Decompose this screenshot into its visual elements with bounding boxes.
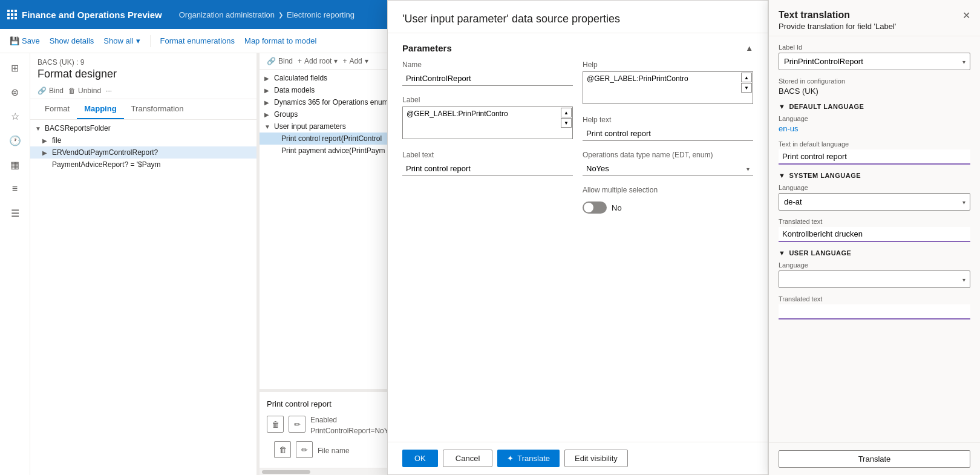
user-translated-input[interactable] [779, 304, 970, 319]
tree-item-selected[interactable]: ▶ ERVendOutPaymControlReport? [30, 146, 256, 159]
nav-item-2[interactable]: Electronic reporting [287, 10, 354, 19]
right-column: Help @GER_LABEL:PrinPrintContro ▲ ▼ Help… [583, 61, 753, 214]
label-id-select[interactable]: PrinPrintControlReport [779, 53, 970, 70]
translate-button[interactable]: ✦ Translate [497, 450, 560, 467]
modal-title: 'User input parameter' data source prope… [402, 13, 753, 25]
label-arrow-down[interactable]: ▼ [561, 118, 572, 128]
tree-item[interactable]: ▶ file [30, 134, 256, 146]
label-id-select-wrapper: PrinPrintControlReport ▾ [779, 53, 970, 70]
user-lang-title: USER LANGUAGE [789, 249, 851, 257]
sidebar-list-icon[interactable]: ≡ [5, 179, 25, 198]
rt-bind-button[interactable]: 🔗 Bind [267, 57, 293, 65]
tab-format[interactable]: Format [38, 99, 77, 119]
tree-item[interactable]: PaymentAdviceReport? = '$Paym [30, 159, 256, 171]
add-button[interactable]: + Add ▾ [342, 57, 368, 65]
label-text-input[interactable] [402, 162, 573, 176]
tree-label: ERVendOutPaymControlReport? [52, 148, 158, 157]
designer-panel: BACS (UK) : 9 Format designer 🔗 Bind 🗑 U… [30, 53, 257, 475]
map-format-button[interactable]: Map format to model [244, 36, 316, 45]
stored-in-field: Stored in configuration BACS (UK) [779, 77, 970, 96]
modal-header: 'User input parameter' data source prope… [388, 1, 768, 33]
sidebar-clock-icon[interactable]: 🕐 [5, 131, 25, 150]
system-lang-section[interactable]: ▼ SYSTEM LANGUAGE [779, 172, 970, 179]
edit-visibility-button[interactable]: Edit visibility [564, 450, 628, 467]
label-textarea[interactable]: @GER_LABEL:PrinPrintContro [402, 106, 573, 139]
tp-footer: Translate [769, 442, 980, 475]
label-text-label: Label text [402, 151, 573, 159]
tp-header: Text translation Provide translation for… [769, 0, 980, 36]
text-default-input[interactable] [779, 149, 970, 165]
user-translated-field: Translated text [779, 295, 970, 319]
allow-multiple-toggle[interactable] [583, 201, 607, 214]
toggle-knob [584, 203, 593, 212]
ok-button[interactable]: OK [402, 450, 438, 467]
show-details-button[interactable]: Show details [50, 36, 94, 45]
help-text-group: Help text [583, 116, 753, 141]
tree-label: PaymentAdviceReport? = '$Paym [52, 160, 160, 169]
save-button[interactable]: 💾 Save [10, 36, 40, 45]
sidebar-filter-icon[interactable]: ⊜ [5, 82, 25, 102]
collapse-icon[interactable]: ▲ [745, 44, 753, 53]
delete-filename-button[interactable]: 🗑 [274, 441, 291, 458]
help-textarea[interactable]: @GER_LABEL:PrinPrintContro [583, 71, 753, 104]
default-lang-label: Language [779, 115, 970, 122]
left-sidebar: ⊞ ⊜ ☆ 🕐 ▦ ≡ ☰ [0, 53, 30, 475]
tp-title: Text translation [779, 10, 896, 21]
modal-container: 'User input parameter' data source prope… [387, 0, 768, 475]
unbind-icon: 🗑 [68, 87, 76, 95]
add-root-button[interactable]: + Add root ▾ [298, 57, 338, 65]
cancel-button[interactable]: Cancel [443, 450, 492, 467]
app-grid-icon[interactable] [7, 10, 17, 19]
tab-transformation[interactable]: Transformation [124, 99, 191, 119]
name-input[interactable] [402, 71, 573, 86]
unbind-button[interactable]: 🗑 Unbind [68, 87, 101, 95]
label-label: Label [402, 96, 573, 104]
save-icon: 💾 [10, 36, 19, 45]
show-all-button[interactable]: Show all ▾ [103, 36, 140, 45]
edit-filename-button[interactable]: ✏ [296, 441, 313, 458]
tree-label: file [52, 136, 61, 145]
system-lang-select[interactable]: de-at [779, 193, 970, 211]
toggle-row: No [583, 201, 753, 214]
help-arrow-up[interactable]: ▲ [741, 73, 752, 82]
sidebar-menu-icon[interactable]: ☰ [5, 203, 25, 223]
default-lang-section[interactable]: ▼ DEFAULT LANGUAGE [779, 103, 970, 110]
ops-type-select[interactable]: NoYes [583, 162, 753, 176]
translated-text-input[interactable] [779, 227, 970, 242]
user-lang-section[interactable]: ▼ USER LANGUAGE [779, 249, 970, 257]
help-text-input[interactable] [583, 126, 753, 141]
tp-translate-button[interactable]: Translate [779, 450, 970, 468]
translated-text-label: Translated text [779, 218, 970, 225]
help-group: Help @GER_LABEL:PrinPrintContro ▲ ▼ [583, 61, 753, 106]
label-id-field: Label Id PrinPrintControlReport ▾ [779, 44, 970, 70]
default-lang-link[interactable]: en-us [779, 124, 799, 133]
toolbar-separator [150, 35, 151, 47]
main-layout: ⊞ ⊜ ☆ 🕐 ▦ ≡ ☰ BACS (UK) : 9 Format desig… [0, 53, 980, 475]
ops-type-group: Operations data type name (EDT, enum) No… [583, 151, 753, 176]
enabled-value: PrintControlReport=NoYes. [310, 427, 398, 435]
system-lang-label: Language [779, 184, 970, 191]
help-arrow-down[interactable]: ▼ [741, 83, 752, 93]
tree-label: Dynamics 365 for Operations enum [274, 98, 388, 106]
tab-mapping[interactable]: Mapping [77, 99, 123, 119]
default-lang-title: DEFAULT LANGUAGE [789, 103, 864, 110]
modal-footer: OK Cancel ✦ Translate Edit visibility [388, 442, 768, 474]
translated-text-field: Translated text [779, 218, 970, 242]
format-enumerations-button[interactable]: Format enumerations [160, 36, 235, 45]
delete-enabled-button[interactable]: 🗑 [267, 416, 284, 433]
tp-close-button[interactable]: ✕ [962, 10, 970, 21]
edit-enabled-button[interactable]: ✏ [289, 416, 305, 433]
left-column: Name Label @GER_LABEL:PrinPrintContro ▲ … [402, 61, 573, 214]
tree-chevron: ▶ [42, 137, 50, 144]
nav-item-1[interactable]: Organization administration [179, 10, 275, 19]
sidebar-grid-icon[interactable]: ▦ [5, 155, 25, 174]
label-arrow-up[interactable]: ▲ [561, 108, 572, 117]
tree-item[interactable]: ▼ BACSReportsFolder [30, 122, 256, 134]
link-icon: 🔗 [267, 57, 276, 65]
more-button[interactable]: ··· [106, 87, 112, 95]
user-lang-select[interactable] [779, 270, 970, 288]
tree-label: Print payment advice(PrintPaym [281, 146, 385, 155]
bind-button[interactable]: 🔗 Bind [38, 87, 64, 95]
sidebar-home-icon[interactable]: ⊞ [5, 58, 25, 77]
sidebar-star-icon[interactable]: ☆ [5, 106, 25, 126]
